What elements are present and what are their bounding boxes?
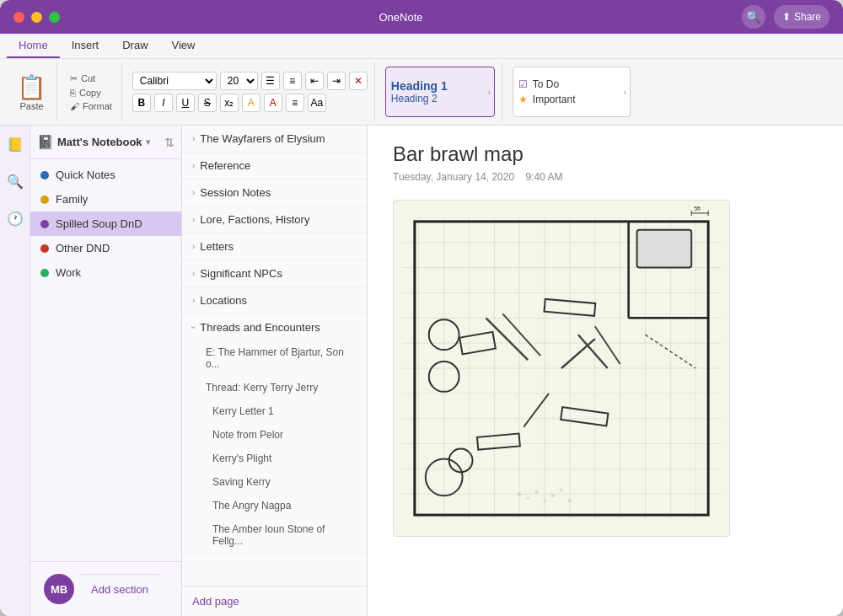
font-style-button[interactable]: Aa xyxy=(308,94,326,112)
clear-format-button[interactable]: ✕ xyxy=(349,72,368,90)
search-sidebar-icon[interactable]: 🔍 xyxy=(3,169,27,193)
font-row-1: Calibri 20 ☰ ≡ ⇤ ⇥ ✕ xyxy=(132,72,368,90)
paste-button[interactable]: 📋 Paste xyxy=(13,70,50,115)
share-button[interactable]: ⬆ Share xyxy=(774,5,830,29)
page-item-kerrys-plight[interactable]: Kerry's Plight xyxy=(182,447,367,470)
avatar-initials: MB xyxy=(51,583,67,596)
app-title: OneNote xyxy=(60,11,742,24)
chevron-npcs: › xyxy=(192,269,195,278)
font-family-select[interactable]: Calibri xyxy=(132,72,217,90)
copy-icon: ⎘ xyxy=(70,88,76,98)
heading-style-card[interactable]: Heading 1 Heading 2 › xyxy=(385,67,495,117)
pages-panel: › The Wayfarers of Elysium › Reference ›… xyxy=(182,126,368,616)
maximize-button[interactable] xyxy=(49,12,60,23)
font-row-2: B I U S x₂ A A ≡ Aa xyxy=(132,94,368,112)
section-item-spilled-soup[interactable]: Spilled Soup DnD xyxy=(30,212,181,236)
section-label-work: Work xyxy=(56,266,81,279)
close-button[interactable] xyxy=(13,12,24,23)
add-section-button[interactable]: Add section xyxy=(81,574,158,604)
titlebar: OneNote 🔍 ⬆ Share xyxy=(0,0,843,34)
search-icon[interactable]: 🔍 xyxy=(742,5,765,29)
list-ordered-button[interactable]: ≡ xyxy=(283,72,302,90)
section-item-quick-notes[interactable]: Quick Notes xyxy=(30,163,181,187)
page-item-kerry-letter[interactable]: Kerry Letter 1 xyxy=(182,399,367,423)
page-item-saving-kerry[interactable]: Saving Kerry xyxy=(182,470,367,494)
list-unordered-button[interactable]: ☰ xyxy=(261,72,280,90)
page-group-header-lore[interactable]: › Lore, Factions, History xyxy=(182,206,367,233)
page-label-amber-ioun: The Amber Ioun Stone of Fellg... xyxy=(212,523,325,547)
page-group-header-reference[interactable]: › Reference xyxy=(182,153,367,179)
page-group-header-locations[interactable]: › Locations xyxy=(182,287,367,313)
strikethrough-button[interactable]: S xyxy=(198,94,217,112)
recent-icon[interactable]: 🕐 xyxy=(3,206,27,230)
page-group-header-npcs[interactable]: › Significant NPCs xyxy=(182,260,367,287)
notebooks-icon[interactable]: 📒 xyxy=(3,132,27,156)
page-item-thread-kerry[interactable]: Thread: Kerry Terry Jerry xyxy=(182,376,367,399)
page-group-header-session-notes[interactable]: › Session Notes xyxy=(182,179,367,206)
svg-point-46 xyxy=(544,500,546,502)
indent-increase-button[interactable]: ⇥ xyxy=(327,72,346,90)
indent-decrease-button[interactable]: ⇤ xyxy=(305,72,324,90)
tab-home[interactable]: Home xyxy=(7,34,60,58)
page-group-label-lore: Lore, Factions, History xyxy=(200,213,309,226)
section-item-family[interactable]: Family xyxy=(30,187,181,212)
section-dot-blue xyxy=(40,171,49,179)
tab-view[interactable]: View xyxy=(160,34,207,58)
page-item-amber-ioun[interactable]: The Amber Ioun Stone of Fellg... xyxy=(182,517,367,553)
align-button[interactable]: ≡ xyxy=(286,94,304,112)
page-label-saving-kerry: Saving Kerry xyxy=(212,476,271,488)
ribbon: Home Insert Draw View 📋 Paste ✂ Cut xyxy=(0,34,843,126)
chevron-lore: › xyxy=(192,215,195,224)
font-size-select[interactable]: 20 xyxy=(220,72,258,90)
section-item-work[interactable]: Work xyxy=(30,260,181,285)
share-label: Share xyxy=(794,11,821,23)
page-title: Bar brawl map xyxy=(393,142,818,166)
important-label: Important xyxy=(533,94,576,105)
tags-card[interactable]: ☑ To Do ★ Important › xyxy=(513,67,631,117)
page-item-note-pelor[interactable]: Note from Pelor xyxy=(182,423,367,447)
italic-button[interactable]: I xyxy=(154,94,173,112)
section-list: Quick Notes Family Spilled Soup DnD Othe… xyxy=(30,159,181,561)
section-dot-purple xyxy=(40,220,49,228)
page-group-header-threads[interactable]: › Threads and Encounters xyxy=(182,314,367,340)
window-controls xyxy=(13,12,60,23)
bold-button[interactable]: B xyxy=(132,94,151,112)
font-color-button[interactable]: A xyxy=(264,94,282,112)
cut-button[interactable]: ✂ Cut xyxy=(67,72,115,85)
notebook-header: 📓 Matt's Notebook ▾ ⇅ xyxy=(30,126,181,159)
page-group-threads: › Threads and Encounters E: The Hammer o… xyxy=(182,314,367,554)
tab-draw[interactable]: Draw xyxy=(110,34,159,58)
page-group-reference: › Reference xyxy=(182,153,367,179)
tags-group: ☑ To Do ★ Important › xyxy=(506,62,637,121)
chevron-session-notes: › xyxy=(192,188,195,197)
add-page-button[interactable]: Add page xyxy=(182,586,367,616)
page-item-angry-nagpa[interactable]: The Angry Nagpa xyxy=(182,494,367,517)
page-group-label-locations: Locations xyxy=(200,294,247,307)
page-group-header-wayfarers[interactable]: › The Wayfarers of Elysium xyxy=(182,126,367,152)
page-group-header-letters[interactable]: › Letters xyxy=(182,233,367,260)
format-button[interactable]: 🖌 Format xyxy=(67,100,115,112)
chevron-reference: › xyxy=(192,161,195,170)
share-icon: ⬆ xyxy=(782,11,791,23)
underline-button[interactable]: U xyxy=(176,94,195,112)
highlight-button[interactable]: A xyxy=(242,94,260,112)
ribbon-tabs: Home Insert Draw View xyxy=(0,34,843,59)
notebook-title[interactable]: 📓 Matt's Notebook ▾ xyxy=(37,134,150,150)
section-label-other-dnd: Other DND xyxy=(56,242,110,254)
format-icon: 🖌 xyxy=(70,101,79,111)
page-item-hammer[interactable]: E: The Hammer of Bjartur, Son o... xyxy=(182,340,367,376)
style-cards: Heading 1 Heading 2 › xyxy=(385,67,495,117)
pages-list: › The Wayfarers of Elysium › Reference ›… xyxy=(182,126,367,586)
user-avatar[interactable]: MB xyxy=(44,574,74,604)
section-dot-green xyxy=(40,269,49,277)
copy-button[interactable]: ⎘ Copy xyxy=(67,87,115,99)
subscript-button[interactable]: x₂ xyxy=(220,94,239,112)
main-area: 📒 🔍 🕐 📓 Matt's Notebook ▾ ⇅ Quick Notes xyxy=(0,126,843,616)
minimize-button[interactable] xyxy=(31,12,42,23)
section-item-other-dnd[interactable]: Other DND xyxy=(30,236,181,260)
app-window: OneNote 🔍 ⬆ Share Home Insert Draw View … xyxy=(0,0,843,616)
sort-icon[interactable]: ⇅ xyxy=(164,136,175,149)
sidebar-icons: 📒 🔍 🕐 xyxy=(0,126,30,616)
page-group-lore: › Lore, Factions, History xyxy=(182,206,367,233)
tab-insert[interactable]: Insert xyxy=(60,34,111,58)
